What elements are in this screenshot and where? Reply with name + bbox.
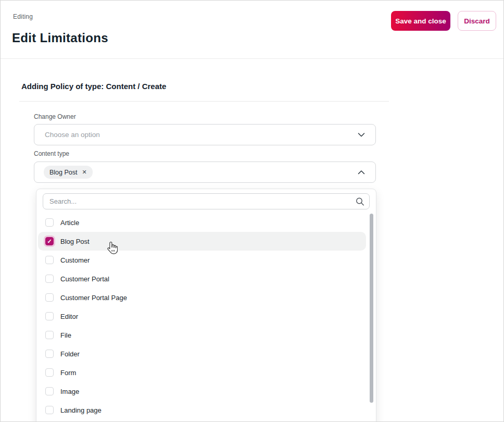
change-owner-select[interactable]: Choose an option: [34, 124, 376, 145]
policy-section-title: Adding Policy of type: Content / Create: [21, 82, 166, 91]
option-checkbox[interactable]: [45, 406, 54, 414]
chevron-up-icon: [357, 168, 366, 177]
content-type-options: Article Blog Post Customer Customer Port…: [36, 213, 376, 422]
option-row[interactable]: Landing page: [38, 401, 366, 419]
option-label: Customer: [60, 256, 90, 264]
option-label: Editor: [60, 313, 78, 320]
change-owner-label: Change Owner: [34, 113, 76, 120]
option-row[interactable]: Editor: [38, 307, 366, 326]
option-row[interactable]: Customer Portal: [38, 269, 366, 288]
option-label: Image: [60, 388, 79, 395]
option-row[interactable]: Customer Portal Page: [38, 288, 366, 307]
option-checkbox[interactable]: [45, 312, 54, 320]
option-row[interactable]: File: [38, 326, 366, 344]
option-row[interactable]: Blog Post: [38, 232, 366, 251]
scrollbar-thumb[interactable]: [370, 214, 373, 403]
option-label: Form: [60, 369, 76, 377]
option-label: Customer Portal Page: [60, 294, 127, 302]
content-type-dropdown: Article Blog Post Customer Customer Port…: [36, 189, 376, 422]
search-input[interactable]: [43, 193, 370, 209]
option-row[interactable]: Form: [38, 363, 366, 382]
chevron-down-icon: [357, 130, 366, 140]
content-type-select[interactable]: Blog Post ✕: [34, 162, 376, 183]
selected-chip-blog-post[interactable]: Blog Post ✕: [44, 166, 93, 179]
option-label: Customer Portal: [60, 275, 109, 283]
discard-button[interactable]: Discard: [458, 11, 496, 31]
option-label: Article: [60, 219, 79, 227]
option-checkbox[interactable]: [45, 293, 54, 302]
option-checkbox[interactable]: [45, 256, 54, 264]
page-title: Edit Limitations: [12, 31, 108, 45]
option-checkbox[interactable]: [45, 237, 54, 245]
option-row[interactable]: Article: [38, 213, 366, 232]
option-checkbox[interactable]: [45, 275, 54, 283]
breadcrumb: Editing: [13, 13, 33, 20]
content-type-label: Content type: [34, 150, 69, 157]
change-owner-placeholder: Choose an option: [45, 131, 100, 139]
option-label: File: [60, 331, 71, 339]
option-label: Folder: [60, 350, 80, 358]
edit-limitations-page: { "header": { "breadcrumb": "Editing", "…: [0, 0, 504, 422]
option-row[interactable]: Image: [38, 382, 366, 401]
section-divider: [19, 101, 389, 102]
page-header: Editing Edit Limitations Save and close …: [1, 1, 503, 59]
option-checkbox[interactable]: [45, 218, 54, 227]
option-checkbox[interactable]: [45, 387, 54, 395]
dropdown-scrollbar[interactable]: [370, 213, 374, 422]
option-row[interactable]: Customer: [38, 251, 366, 269]
option-label: Landing page: [60, 406, 102, 414]
option-row[interactable]: Folder: [38, 344, 366, 363]
option-label: Blog Post: [60, 238, 90, 245]
dropdown-search: [43, 193, 370, 209]
chip-label: Blog Post: [49, 169, 78, 176]
save-and-close-button[interactable]: Save and close: [391, 11, 450, 31]
chip-remove-icon[interactable]: ✕: [82, 169, 87, 175]
option-checkbox[interactable]: [45, 350, 54, 358]
option-checkbox[interactable]: [45, 331, 54, 339]
option-checkbox[interactable]: [45, 368, 54, 377]
